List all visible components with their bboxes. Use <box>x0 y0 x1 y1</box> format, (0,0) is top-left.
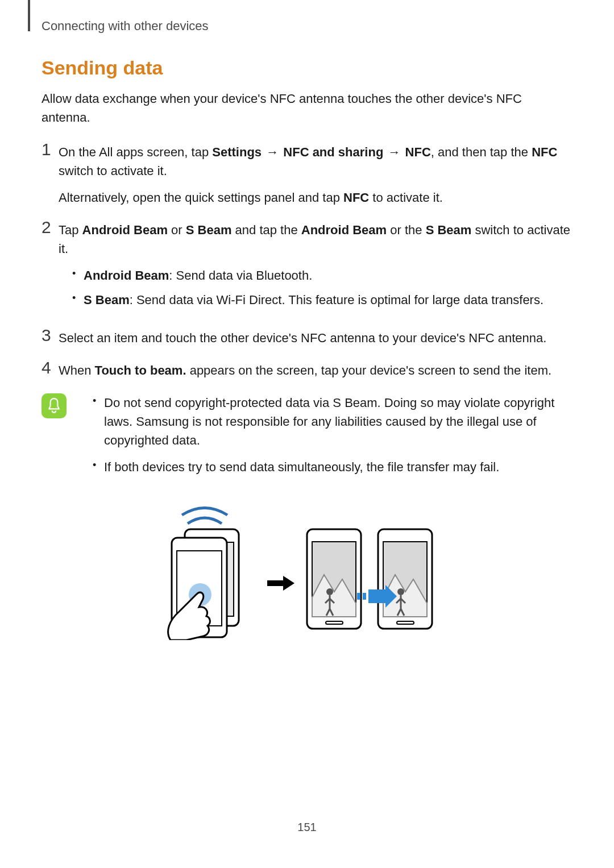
svg-rect-15 <box>363 593 366 600</box>
step-number: 3 <box>42 327 59 344</box>
svg-point-9 <box>326 588 333 595</box>
step-number: 4 <box>42 359 59 376</box>
page-content: Sending data Allow data exchange when yo… <box>42 57 572 642</box>
bold-touch-to-beam: Touch to beam. <box>95 363 186 377</box>
page-corner-mark <box>28 0 30 31</box>
text: When <box>59 363 95 377</box>
bullet-text: : Send data via Bluetooth. <box>169 268 312 283</box>
note-item-simultaneous: If both devices try to send data simulta… <box>93 458 572 476</box>
section-title: Sending data <box>42 57 572 79</box>
bold-nfc-alt: NFC <box>343 190 369 205</box>
step-3-text: Select an item and touch the other devic… <box>59 329 572 347</box>
step-body: Select an item and touch the other devic… <box>59 329 572 347</box>
text: or <box>168 223 186 237</box>
step-body: On the All apps screen, tap Settings → N… <box>59 143 572 207</box>
step-3: 3 Select an item and touch the other dev… <box>42 329 572 347</box>
bold-android-beam: Android Beam <box>82 223 168 237</box>
step-body: Tap Android Beam or S Beam and tap the A… <box>59 221 572 315</box>
text: to activate it. <box>369 190 443 205</box>
bell-icon <box>42 393 67 418</box>
text: switch to activate it. <box>59 164 167 178</box>
bullet-label: S Beam <box>84 293 130 307</box>
bold-nfc-sharing: NFC and sharing <box>283 145 383 159</box>
page-number: 151 <box>0 821 614 834</box>
arrow: → <box>383 145 405 159</box>
svg-rect-14 <box>357 593 360 600</box>
text: Tap <box>59 223 82 237</box>
step-4: 4 When Touch to beam. appears on the scr… <box>42 361 572 380</box>
text: and tap the <box>231 223 301 237</box>
step-2-line: Tap Android Beam or S Beam and tap the A… <box>59 221 572 258</box>
bold-nfc: NFC <box>405 145 431 159</box>
note-list: Do not send copyright-protected data via… <box>93 393 572 484</box>
running-header: Connecting with other devices <box>42 19 209 34</box>
bullet-s-beam: S Beam: Send data via Wi-Fi Direct. This… <box>72 290 572 309</box>
svg-point-13 <box>397 588 404 595</box>
text: or the <box>387 223 425 237</box>
step-1-line-1: On the All apps screen, tap Settings → N… <box>59 143 572 180</box>
step-2: 2 Tap Android Beam or S Beam and tap the… <box>42 221 572 315</box>
step-1-line-2: Alternatively, open the quick settings p… <box>59 188 572 207</box>
step-number: 1 <box>42 141 59 158</box>
bold-nfc-switch: NFC <box>532 145 557 159</box>
bullet-label: Android Beam <box>84 268 169 283</box>
nfc-beam-illustration <box>42 498 572 642</box>
bullet-text: : Send data via Wi-Fi Direct. This featu… <box>130 293 544 307</box>
note-block: Do not send copyright-protected data via… <box>42 393 572 484</box>
step-2-bullets: Android Beam: Send data via Bluetooth. S… <box>72 266 572 309</box>
text: On the All apps screen, tap <box>59 145 212 159</box>
text: , and then tap the <box>431 145 532 159</box>
note-item-copyright: Do not send copyright-protected data via… <box>93 393 572 450</box>
bold-android-beam-2: Android Beam <box>301 223 387 237</box>
step-4-text: When Touch to beam. appears on the scree… <box>59 361 572 380</box>
section-intro: Allow data exchange when your device's N… <box>42 89 572 127</box>
step-1: 1 On the All apps screen, tap Settings →… <box>42 143 572 207</box>
arrow: → <box>262 145 283 159</box>
step-body: When Touch to beam. appears on the scree… <box>59 361 572 380</box>
bold-s-beam: S Beam <box>186 223 232 237</box>
text: appears on the screen, tap your device's… <box>186 363 552 377</box>
step-number: 2 <box>42 219 59 236</box>
bullet-android-beam: Android Beam: Send data via Bluetooth. <box>72 266 572 285</box>
text: Alternatively, open the quick settings p… <box>59 190 343 205</box>
bold-settings: Settings <box>212 145 262 159</box>
bold-s-beam-2: S Beam <box>426 223 472 237</box>
